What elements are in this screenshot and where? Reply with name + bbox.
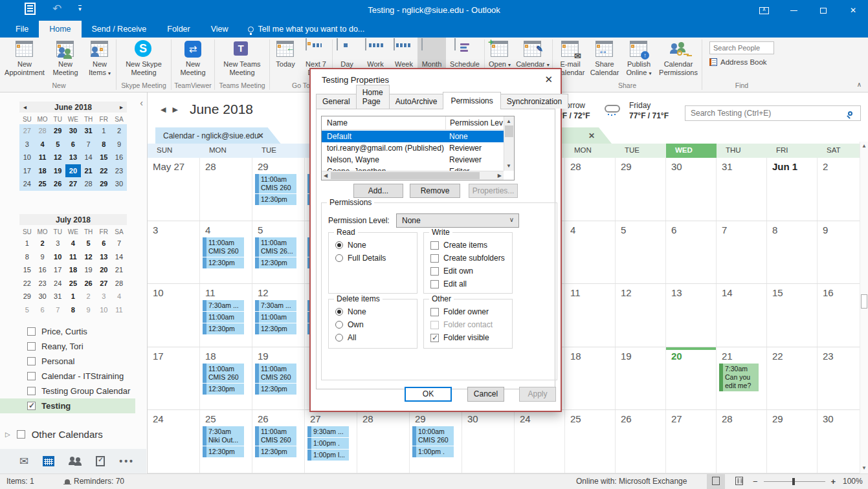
day-cell[interactable]: 31 — [717, 158, 767, 221]
mini-day[interactable]: 19 — [81, 263, 96, 277]
day-cell[interactable]: May 27 — [148, 158, 200, 221]
calendar-event[interactable]: 11:00am — [255, 312, 296, 323]
mini-day[interactable]: 22 — [19, 277, 35, 290]
mini-day[interactable]: 3 — [19, 138, 35, 151]
day-cell[interactable]: 7 — [717, 221, 767, 284]
day-cell[interactable]: 28 — [565, 158, 616, 221]
teamviewer-new-meeting-button[interactable]: New Meeting — [172, 38, 214, 80]
calendar-checkbox[interactable] — [27, 357, 36, 365]
day-cell[interactable]: 18 — [565, 347, 616, 410]
people-nav-icon[interactable] — [69, 457, 82, 466]
mini-day[interactable]: 23 — [35, 277, 50, 290]
day-cell[interactable]: 2910:00am CMIS 2601:00pm . — [410, 410, 462, 473]
new-skype-meeting-button[interactable]: New Skype Meeting — [117, 38, 170, 80]
calendar-event[interactable]: 12:30pm — [203, 446, 244, 457]
day-cell[interactable]: 22 — [767, 347, 818, 410]
new-appointment-button[interactable]: New Appointment — [3, 38, 47, 80]
maximize-button[interactable] — [808, 0, 838, 21]
mini-day[interactable]: 18 — [35, 164, 50, 178]
mini-day[interactable]: 15 — [19, 263, 35, 277]
ribbon-display-options-icon[interactable] — [749, 0, 779, 21]
mini-day[interactable]: 24 — [50, 277, 65, 290]
checkbox-edit-own[interactable]: Edit own — [430, 266, 512, 276]
other-calendars-checkbox[interactable] — [17, 430, 25, 439]
column-header-permission-level[interactable]: Permission Lev — [445, 116, 504, 129]
mini-day[interactable]: 18 — [65, 263, 81, 277]
dialog-tab-synchronization[interactable]: Synchronization — [500, 94, 568, 109]
sidebar-calendar-personal[interactable]: Personal — [0, 354, 135, 369]
mini-day[interactable]: 15 — [96, 151, 111, 164]
calendar-event[interactable]: 11:00am CMIS 260 — [255, 426, 296, 446]
mini-day[interactable]: 17 — [19, 164, 35, 178]
tasks-nav-icon[interactable] — [96, 456, 105, 466]
day-cell[interactable]: 20 — [666, 347, 717, 410]
mini-calendar-next-icon[interactable]: ▸ — [120, 103, 123, 111]
day-cell[interactable]: 511:00am CMIS 26...12:30pm — [252, 221, 305, 284]
scrollbar-thumb[interactable] — [861, 294, 867, 309]
calendar-event[interactable]: 12:30pm — [255, 384, 296, 395]
day-cell[interactable]: 1911:00am CMIS 26012:30pm — [252, 347, 305, 410]
mini-day[interactable]: 20 — [96, 263, 111, 277]
calendar-event[interactable]: 12:30pm — [203, 257, 244, 268]
day-cell[interactable]: 24 — [515, 410, 565, 473]
mini-day[interactable]: 4 — [111, 290, 127, 303]
mini-day[interactable]: 27 — [19, 124, 35, 138]
dialog-tab-permissions[interactable]: Permissions — [443, 92, 500, 109]
mini-day[interactable]: 16 — [111, 151, 127, 164]
day-cell[interactable]: 411:00am CMIS 26012:30pm — [200, 221, 252, 284]
menu-tab-folder[interactable]: Folder — [157, 21, 200, 38]
day-cell[interactable]: 28 — [717, 410, 767, 473]
calendar-event[interactable]: 1:00pm . — [412, 446, 454, 457]
close-calendar-icon[interactable]: ✕ — [588, 131, 595, 140]
close-calendar-icon[interactable]: ✕ — [258, 131, 264, 140]
mini-day[interactable]: 25 — [65, 277, 81, 290]
mini-day[interactable]: 5 — [81, 237, 96, 250]
mini-day[interactable]: 23 — [111, 164, 127, 178]
share-calendar-button[interactable]: ↔ Share Calendar — [587, 38, 622, 80]
today-button[interactable]: ← Today — [271, 38, 300, 80]
mini-day[interactable]: 4 — [65, 237, 81, 250]
mini-day[interactable]: 9 — [81, 303, 96, 317]
column-header-name[interactable]: Name — [322, 116, 445, 129]
mini-day[interactable]: 6 — [35, 303, 50, 317]
checkbox-create-subfolders[interactable]: Create subfolders — [430, 254, 512, 263]
reminders-status[interactable]: Reminders: 70 — [65, 477, 124, 486]
tell-me-box[interactable]: Tell me what you want to do... — [239, 21, 365, 38]
day-cell[interactable]: 6 — [666, 221, 717, 284]
new-items-button[interactable]: New Items ▾ — [84, 38, 115, 80]
radio-none[interactable]: None — [335, 307, 417, 316]
zoom-percentage[interactable]: 100% — [843, 477, 863, 486]
minimize-folder-pane-icon[interactable]: ‹ — [140, 98, 143, 108]
day-cell[interactable]: 10 — [148, 284, 200, 347]
mini-day[interactable]: 8 — [96, 138, 111, 151]
day-cell[interactable]: 26 — [616, 410, 666, 473]
mini-day[interactable]: 22 — [96, 164, 111, 178]
mini-day[interactable]: 5 — [19, 303, 35, 317]
day-cell[interactable]: 2611:00am CMIS 26012:30pm — [252, 410, 305, 473]
dialog-tab-home-page[interactable]: Home Page — [356, 85, 390, 109]
day-cell[interactable]: 4 — [565, 221, 616, 284]
mini-day[interactable]: 25 — [35, 177, 50, 191]
calendar-event[interactable]: 11:00am — [203, 312, 244, 323]
sidebar-calendar-calendar-itstraining[interactable]: Calendar - ITStraining — [0, 369, 135, 384]
mini-day[interactable]: 10 — [50, 250, 65, 264]
mini-day[interactable]: 30 — [35, 290, 50, 303]
calendar-permissions-button[interactable]: Calendar Permissions — [656, 38, 701, 80]
list-horizontal-scrollbar[interactable]: ◀▶ — [322, 171, 504, 180]
day-cell[interactable]: 257:30am Niki Out...12:30pm — [200, 410, 252, 473]
radio-all[interactable]: All — [335, 333, 417, 342]
mini-day[interactable]: 26 — [81, 277, 96, 290]
mini-day[interactable]: 6 — [96, 237, 111, 250]
mini-day[interactable]: 3 — [96, 290, 111, 303]
calendar-event[interactable]: 9:30am ... — [307, 426, 349, 437]
day-cell[interactable]: 13 — [666, 284, 717, 347]
ok-button[interactable]: OK — [405, 387, 452, 402]
mini-day[interactable]: 29 — [50, 124, 65, 138]
day-cell[interactable]: Jun 1 — [767, 158, 818, 221]
permission-level-dropdown[interactable]: None ∨ — [396, 213, 519, 228]
dialog-close-icon[interactable]: ✕ — [544, 74, 553, 85]
mini-day[interactable]: 12 — [50, 151, 65, 164]
calendar-event[interactable]: 12:30pm — [255, 446, 296, 457]
mini-day[interactable]: 2 — [81, 290, 96, 303]
vertical-scrollbar[interactable]: ▲ ▼ — [860, 142, 868, 473]
